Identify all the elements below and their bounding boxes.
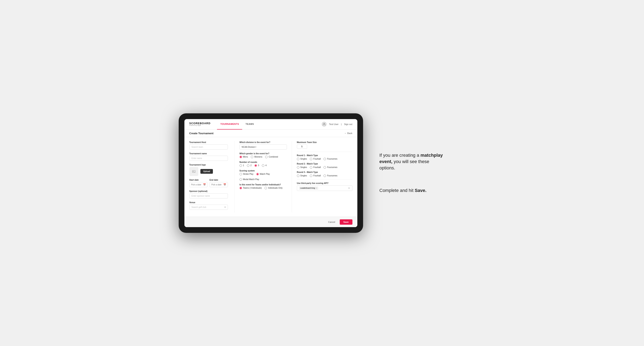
- tournament-logo-group: Tournament logo Upload: [189, 164, 228, 176]
- tablet-screen: SCOREBOARD Powered by clippit TOURNAMENT…: [184, 119, 357, 227]
- rounds-1[interactable]: 1: [240, 164, 244, 167]
- round3-singles[interactable]: Singles: [297, 174, 307, 177]
- form-body: Tournament Host Tournament name Tourname…: [184, 137, 357, 217]
- start-date-label: Start date: [189, 179, 208, 181]
- venue-group: Venue ▼: [189, 201, 228, 210]
- start-date-wrapper: 📅: [189, 182, 208, 187]
- nav-right: Test User | Sign out: [322, 122, 352, 127]
- gender-combined[interactable]: Combined: [265, 156, 278, 158]
- round2-singles[interactable]: Singles: [297, 166, 307, 169]
- save-button[interactable]: Save: [340, 219, 352, 225]
- form-footer: Cancel Save: [184, 217, 357, 227]
- api-label: Use third-party live scoring API?: [297, 182, 352, 184]
- gender-mens[interactable]: Mens: [240, 156, 248, 158]
- tab-tournaments[interactable]: TOURNAMENTS: [217, 119, 242, 130]
- form-left: Tournament Host Tournament name Tourname…: [189, 141, 234, 213]
- tablet: SCOREBOARD Powered by clippit TOURNAMENT…: [179, 113, 363, 233]
- avatar: [322, 122, 326, 127]
- round3-match-type: Round 3 - Match Type Singles Fourball Fo…: [297, 171, 352, 177]
- api-select[interactable]: Leaderboard King × ▼: [297, 185, 352, 191]
- round1-fourball[interactable]: Fourball: [310, 158, 321, 160]
- date-row: Start date 📅 End date 📅: [189, 179, 228, 187]
- round1-match-type: Round 1 - Match Type Singles Fourball Fo…: [297, 154, 352, 160]
- api-tag: Leaderboard King ×: [299, 187, 318, 190]
- scoring-medal[interactable]: Medal Match Play: [240, 178, 259, 181]
- page-content: Create Tournament ← Back Tournament Host…: [184, 130, 357, 227]
- round3-foursomes[interactable]: Foursomes: [324, 174, 337, 177]
- sign-out-link[interactable]: Sign out: [344, 123, 352, 125]
- logo-upload-area: Upload: [189, 167, 228, 176]
- venue-input[interactable]: [189, 205, 228, 210]
- venue-select-wrapper: ▼: [189, 205, 228, 210]
- scoring-group: Scoring system Stroke Play Match Play Me…: [240, 170, 287, 181]
- scoring-stroke[interactable]: Stroke Play: [240, 173, 254, 175]
- round1-foursomes[interactable]: Foursomes: [324, 158, 337, 160]
- tournament-name-input[interactable]: [189, 156, 228, 161]
- brand-sub: Powered by clippit: [189, 125, 211, 126]
- tournament-host-group: Tournament Host: [189, 141, 228, 150]
- sponsor-group: Sponsor (optional): [189, 190, 228, 198]
- end-date-icon: 📅: [223, 183, 226, 186]
- tournament-logo-label: Tournament logo: [189, 164, 228, 166]
- scoring-label: Scoring system: [240, 170, 287, 172]
- nav-divider: |: [341, 123, 342, 125]
- sponsor-label: Sponsor (optional): [189, 190, 228, 192]
- rounds-radio-group: 1 2 3 4: [240, 164, 287, 167]
- annotation-top: If you are creating a matchplay event, y…: [380, 152, 445, 171]
- rounds-3[interactable]: 3: [254, 164, 259, 167]
- nav-tabs: TOURNAMENTS TEAMS: [217, 119, 322, 130]
- round2-label: Round 2 - Match Type: [297, 163, 352, 165]
- logo-placeholder: [189, 167, 198, 176]
- gender-radio-group: Mens Womens Combined: [240, 156, 287, 158]
- division-label: Which division is the event for?: [240, 141, 287, 144]
- max-team-label: Maximum Team Size: [297, 141, 352, 144]
- scoring-match[interactable]: Match Play: [256, 173, 270, 175]
- end-date-label: End date: [210, 179, 228, 181]
- divider-1: [297, 152, 352, 152]
- user-name: Test User: [329, 123, 338, 125]
- division-group: Which division is the event for? NCAA Di…: [240, 141, 287, 150]
- round1-singles[interactable]: Singles: [297, 158, 307, 160]
- end-date-field: End date 📅: [210, 179, 228, 187]
- back-button[interactable]: ← Back: [344, 132, 352, 134]
- outer-wrapper: SCOREBOARD Powered by clippit TOURNAMENT…: [179, 113, 466, 233]
- rounds-4[interactable]: 4: [262, 164, 266, 167]
- max-team-input[interactable]: [297, 145, 307, 149]
- api-tag-value: Leaderboard King: [300, 187, 315, 189]
- tab-teams[interactable]: TEAMS: [242, 119, 257, 130]
- teams-group: Is this event for Teams and/or Individua…: [240, 183, 287, 189]
- round3-label: Round 3 - Match Type: [297, 171, 352, 173]
- round2-fourball[interactable]: Fourball: [310, 166, 321, 169]
- round2-foursomes[interactable]: Foursomes: [324, 166, 337, 169]
- annotations: If you are creating a matchplay event, y…: [376, 152, 466, 194]
- individuals-only[interactable]: Individuals Only: [264, 187, 282, 189]
- api-chevron-icon: ▼: [348, 187, 350, 189]
- nav-brand: SCOREBOARD Powered by clippit: [189, 122, 211, 126]
- cancel-button[interactable]: Cancel: [326, 219, 338, 224]
- api-group: Use third-party live scoring API? Leader…: [297, 182, 352, 191]
- ct-header: Create Tournament ← Back: [184, 130, 357, 137]
- gender-womens[interactable]: Womens: [251, 156, 262, 158]
- division-select-wrapper: NCAA Division I: [240, 145, 287, 150]
- nav-bar: SCOREBOARD Powered by clippit TOURNAMENT…: [184, 119, 357, 130]
- round1-radio-group: Singles Fourball Foursomes: [297, 158, 352, 160]
- round3-fourball[interactable]: Fourball: [310, 174, 321, 177]
- annotation-bottom: Complete and hit Save.: [380, 187, 445, 194]
- division-select[interactable]: NCAA Division I: [240, 145, 287, 150]
- max-team-group: Maximum Team Size: [297, 141, 352, 149]
- tournament-host-label: Tournament Host: [189, 141, 228, 144]
- round2-radio-group: Singles Fourball Foursomes: [297, 166, 352, 169]
- start-date-icon: 📅: [203, 183, 206, 186]
- rounds-label: Number of rounds: [240, 161, 287, 163]
- teams-plus-individuals[interactable]: Teams (+Individuals): [240, 187, 262, 189]
- end-date-wrapper: 📅: [210, 182, 228, 187]
- tournament-host-input[interactable]: [189, 145, 228, 150]
- gender-group: Which gender is the event for? Mens Wome…: [240, 153, 287, 158]
- venue-label: Venue: [189, 201, 228, 204]
- api-tag-remove[interactable]: ×: [316, 187, 317, 189]
- start-date-field: Start date 📅: [189, 179, 208, 187]
- rounds-2[interactable]: 2: [247, 164, 252, 167]
- scoring-radio-group: Stroke Play Match Play Medal Match Play: [240, 173, 287, 181]
- sponsor-input[interactable]: [189, 193, 228, 198]
- upload-button[interactable]: Upload: [200, 169, 213, 174]
